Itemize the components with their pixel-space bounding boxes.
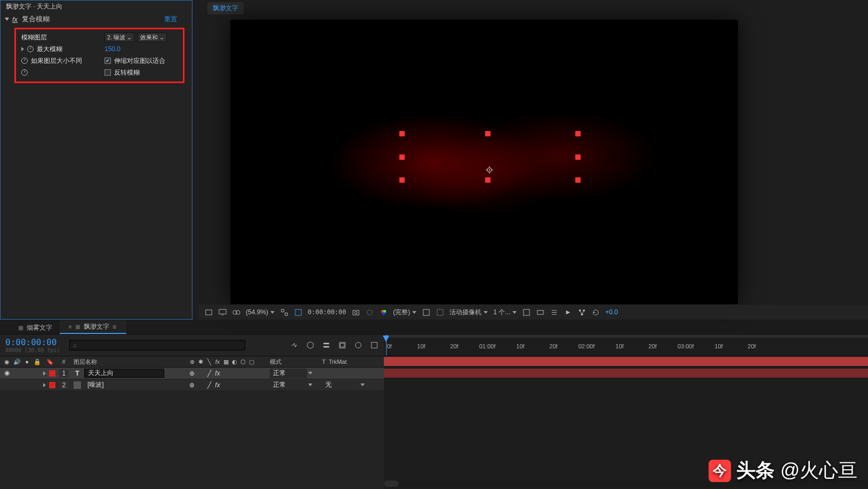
label-swatch[interactable] bbox=[49, 370, 55, 377]
eye-icon[interactable] bbox=[3, 381, 10, 389]
mask-icon[interactable] bbox=[232, 308, 240, 316]
reset-link[interactable]: 重置 bbox=[164, 15, 177, 24]
anchor-point-icon[interactable] bbox=[486, 166, 493, 174]
motion-blur-icon[interactable] bbox=[354, 341, 363, 349]
solo-column-icon[interactable]: ● bbox=[23, 358, 30, 365]
layer-name-column[interactable]: 图层名称 bbox=[69, 358, 187, 366]
layer-row[interactable]: ◉ 1 T 天天上向 ⊕╱fx 正常 bbox=[0, 368, 384, 379]
comp-flowchart-icon[interactable] bbox=[204, 308, 213, 316]
ruler-tick: 01:00f bbox=[479, 343, 496, 349]
tab-label: 飘渺文字 bbox=[84, 322, 109, 331]
audio-column-icon[interactable]: 🔊 bbox=[13, 358, 20, 365]
blend-mode-dropdown[interactable]: 正常 bbox=[270, 369, 307, 378]
timeline-layer-panel: 0:00:00:00 00000 (30.00 fps) ⌕ ◉ bbox=[0, 335, 384, 489]
timeline-tab[interactable]: 烟雾文字 bbox=[11, 321, 60, 334]
viewer-time[interactable]: 0:00:00:00 bbox=[308, 308, 346, 316]
shy-icon[interactable] bbox=[322, 341, 331, 349]
timeline-tab[interactable]: × 飘渺文字 bbox=[60, 320, 126, 334]
zoom-dropdown[interactable]: (54.9%) bbox=[246, 308, 275, 316]
safe-zones-icon[interactable] bbox=[294, 308, 302, 316]
label-swatch[interactable] bbox=[49, 382, 55, 388]
transform-handle[interactable] bbox=[399, 131, 405, 136]
stopwatch-icon[interactable] bbox=[27, 46, 34, 52]
draft3d-icon[interactable] bbox=[306, 341, 315, 349]
ruler-tick: 10f bbox=[516, 343, 524, 349]
transform-handle[interactable] bbox=[575, 177, 581, 183]
eye-column-icon[interactable]: ◉ bbox=[3, 358, 10, 365]
expand-icon[interactable] bbox=[21, 47, 24, 51]
invert-checkbox[interactable] bbox=[105, 69, 111, 76]
current-time[interactable]: 0:00:00:00 bbox=[5, 337, 60, 347]
layer-name[interactable]: 天天上向 bbox=[84, 369, 164, 378]
pixel-aspect-icon[interactable] bbox=[550, 308, 558, 316]
layer-search[interactable]: ⌕ bbox=[69, 340, 245, 351]
lock-column-icon[interactable]: 🔒 bbox=[34, 358, 41, 365]
mode-column[interactable]: 模式 bbox=[264, 358, 318, 366]
svg-rect-3 bbox=[219, 309, 226, 313]
svg-rect-2 bbox=[205, 309, 211, 314]
transform-handle[interactable] bbox=[399, 154, 405, 160]
svg-rect-17 bbox=[524, 309, 529, 315]
layer-bar[interactable] bbox=[384, 369, 868, 378]
layer-bar[interactable] bbox=[384, 357, 868, 366]
disclosure-triangle-icon[interactable] bbox=[5, 18, 9, 21]
quality-dropdown[interactable]: (完整) bbox=[393, 308, 416, 317]
prop-stretch: 如果图层大小不同 伸缩对应图以适合 bbox=[18, 55, 181, 67]
checkbox-label: 伸缩对应图以适合 bbox=[114, 56, 165, 66]
transform-handle[interactable] bbox=[575, 131, 581, 136]
view-opt2-icon[interactable] bbox=[536, 308, 544, 316]
layer-index: 2 bbox=[59, 381, 69, 389]
snapshot-icon[interactable] bbox=[351, 308, 360, 316]
reset-exposure-icon[interactable] bbox=[591, 308, 600, 316]
blur-layer-scope-dropdown[interactable]: 效果和 ⌄ bbox=[138, 32, 167, 42]
svg-rect-18 bbox=[537, 310, 543, 314]
transform-handle[interactable] bbox=[485, 131, 491, 136]
max-blur-value[interactable]: 150.0 bbox=[105, 45, 120, 53]
expand-icon[interactable] bbox=[43, 371, 46, 376]
zoom-handle[interactable] bbox=[384, 480, 399, 487]
layer-name[interactable]: [噪波] bbox=[84, 380, 164, 389]
transparency-grid-icon[interactable] bbox=[422, 308, 430, 316]
eye-icon[interactable]: ◉ bbox=[3, 369, 10, 378]
exposure-value[interactable]: +0.0 bbox=[605, 308, 618, 316]
prop-blur-layer: 模糊图层 2. 噪波 ⌄ 效果和 ⌄ bbox=[18, 31, 181, 43]
region-icon[interactable] bbox=[436, 308, 444, 316]
time-ruler[interactable]: 0f 10f 20f 01:00f 10f 20f 02:00f 10f 20f… bbox=[384, 335, 868, 356]
comp-mini-flowchart-icon[interactable] bbox=[290, 341, 299, 349]
views-dropdown[interactable]: 1 个... bbox=[493, 308, 517, 317]
close-icon[interactable]: × bbox=[68, 323, 72, 331]
layer-row[interactable]: 2 [噪波] ⊕╱fx 正常 无 bbox=[0, 379, 384, 391]
svg-rect-8 bbox=[295, 309, 301, 315]
viewer-comp-tab[interactable]: 飘渺文字 bbox=[207, 2, 244, 14]
blur-layer-source-dropdown[interactable]: 2. 噪波 ⌄ bbox=[105, 32, 134, 42]
frame-blend-icon[interactable] bbox=[338, 341, 347, 349]
transform-handle[interactable] bbox=[399, 177, 405, 183]
graph-editor-icon[interactable] bbox=[370, 341, 379, 349]
effect-header[interactable]: fx 复合模糊 重置 bbox=[1, 13, 192, 26]
svg-rect-9 bbox=[353, 310, 359, 314]
expand-icon[interactable] bbox=[43, 383, 46, 387]
blend-mode-dropdown[interactable]: 正常 bbox=[270, 380, 307, 390]
resolution-icon[interactable] bbox=[280, 308, 288, 316]
channel-icon[interactable] bbox=[379, 308, 388, 316]
camera-dropdown[interactable]: 活动摄像机 bbox=[449, 308, 488, 317]
view-opt-icon[interactable] bbox=[522, 308, 531, 316]
transform-handle[interactable] bbox=[485, 177, 491, 183]
trkmat-column: T TrkMat bbox=[318, 358, 382, 365]
label-column-icon[interactable]: 🔖 bbox=[46, 358, 54, 365]
flowchart2-icon[interactable] bbox=[577, 308, 586, 316]
desktop-icon[interactable] bbox=[218, 308, 227, 316]
stopwatch-icon[interactable] bbox=[21, 58, 28, 64]
transform-handle[interactable] bbox=[575, 154, 581, 160]
number-column: # bbox=[62, 358, 65, 365]
stopwatch-icon[interactable] bbox=[21, 69, 28, 76]
prop-max-blur: 最大模糊 150.0 bbox=[18, 43, 181, 55]
viewer-canvas[interactable] bbox=[231, 20, 737, 304]
tab-menu-icon[interactable] bbox=[112, 323, 119, 331]
fx-icon[interactable]: fx bbox=[12, 15, 18, 23]
stretch-checkbox[interactable] bbox=[105, 58, 111, 64]
fast-preview-icon[interactable] bbox=[564, 308, 572, 316]
playhead[interactable] bbox=[382, 335, 390, 343]
show-snapshot-icon[interactable] bbox=[365, 308, 374, 316]
trkmat-dropdown[interactable]: 无 bbox=[322, 380, 359, 390]
